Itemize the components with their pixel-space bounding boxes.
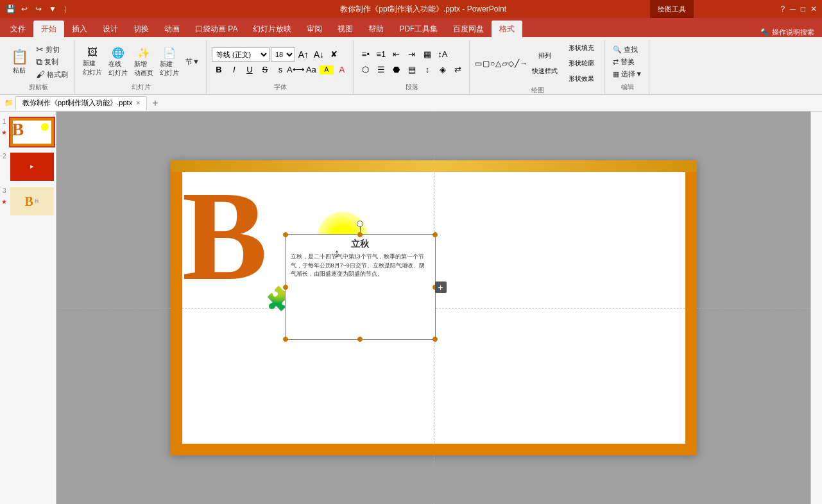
- new-slide-button[interactable]: 🖼 新建幻灯片: [80, 45, 105, 79]
- handle-top-left[interactable]: [283, 232, 288, 237]
- add-element-button[interactable]: +: [435, 281, 447, 293]
- tab-pdf[interactable]: PDF工具集: [391, 21, 445, 37]
- tab-animations[interactable]: 动画: [157, 21, 187, 37]
- replace-button[interactable]: ⇄ 替换: [610, 56, 645, 67]
- tab-pa[interactable]: 口袋动画 PA: [187, 21, 245, 37]
- tab-slideshow[interactable]: 幻灯片放映: [245, 21, 299, 37]
- rectangle-icon[interactable]: ▭: [475, 59, 482, 68]
- minimize-icon[interactable]: ─: [790, 4, 796, 13]
- canvas-area[interactable]: B 🧩: [56, 112, 810, 504]
- slide-thumb-3[interactable]: ★ B 秋: [9, 186, 55, 217]
- align-center-button[interactable]: ☰: [374, 63, 388, 77]
- italic-button[interactable]: I: [227, 63, 241, 77]
- maximize-icon[interactable]: □: [801, 4, 805, 13]
- tab-insert[interactable]: 插入: [64, 21, 95, 37]
- slide-tab-active[interactable]: 教你制作《ppt制作渐入功能》.pptx ×: [15, 96, 147, 110]
- save-icon[interactable]: 💾: [5, 4, 15, 14]
- slide-tab-add[interactable]: +: [148, 96, 162, 110]
- line-icon[interactable]: ╱: [515, 59, 519, 68]
- slide-thumb-1[interactable]: ★ B: [9, 117, 55, 147]
- handle-bot-center[interactable]: [357, 337, 363, 342]
- clear-format-button[interactable]: ✘: [327, 47, 341, 62]
- shape-effect-button[interactable]: 形状效果: [562, 72, 601, 86]
- handle-bot-right[interactable]: [432, 337, 438, 342]
- drawing-group: ▭ ▢ ○ △ ▱ ◇ ╱ → 排列 快速样式 形状填充 形状轮廓 形状效果 绘…: [471, 40, 605, 94]
- font-grow-button[interactable]: A↑: [296, 47, 311, 62]
- drawing-controls: ▭ ▢ ○ △ ▱ ◇ ╱ → 排列 快速样式 形状填充 形状轮廓 形状效果: [475, 41, 601, 86]
- copy-button[interactable]: ⧉ 复制: [33, 56, 71, 68]
- big-b-letter: B: [182, 172, 268, 300]
- section-button[interactable]: 节▼: [183, 56, 202, 67]
- font-name-select[interactable]: 等线 (正文): [212, 47, 270, 62]
- arrow-icon[interactable]: →: [520, 59, 527, 68]
- editing-group: 🔍 查找 ⇄ 替换 ▦ 选择▼ 编辑: [606, 40, 649, 94]
- close-icon[interactable]: ✕: [810, 4, 817, 13]
- circle-icon[interactable]: ○: [490, 59, 495, 68]
- diamond-icon[interactable]: ◇: [508, 59, 514, 68]
- select-button[interactable]: ▦ 选择▼: [610, 69, 645, 80]
- tab-home[interactable]: 开始: [33, 21, 64, 37]
- font-color-button[interactable]: A: [335, 63, 349, 77]
- quick-style-button[interactable]: 快速样式: [529, 64, 561, 78]
- parallelogram-icon[interactable]: ▱: [502, 59, 508, 68]
- char-spacing-button[interactable]: A⟷: [289, 63, 303, 77]
- font-size-select[interactable]: 18: [271, 47, 295, 62]
- handle-top-right[interactable]: [432, 232, 438, 237]
- handle-mid-left[interactable]: [283, 285, 288, 290]
- duplicate-slide-button[interactable]: 📄 新建幻灯片: [157, 45, 182, 80]
- list-row: ≡• ≡1 ⇤ ⇥ ▦ ↕A: [359, 47, 465, 62]
- col-layout-button[interactable]: ▦: [420, 47, 434, 62]
- increase-indent-button[interactable]: ⇥: [405, 47, 419, 62]
- strikethrough-button[interactable]: S: [258, 63, 272, 77]
- format-painter-button[interactable]: 🖌 格式刷: [33, 69, 71, 80]
- slide-thumb-row-3: 3 ★ B 秋: [3, 186, 53, 217]
- find-icon: 🔍: [613, 46, 622, 54]
- operations-label[interactable]: 操作说明搜索: [772, 28, 814, 37]
- bold-button[interactable]: B: [212, 63, 226, 77]
- text-direction-button[interactable]: ↕A: [436, 47, 450, 62]
- slide-thumb-2[interactable]: ▶: [9, 151, 55, 182]
- justify-button[interactable]: ▤: [405, 63, 419, 77]
- tab-transitions[interactable]: 切换: [126, 21, 157, 37]
- tab-help[interactable]: 帮助: [361, 21, 391, 37]
- redo-icon[interactable]: ↪: [33, 4, 44, 14]
- tab-baidu[interactable]: 百度网盘: [445, 21, 492, 37]
- arrange-button[interactable]: 排列: [529, 49, 561, 63]
- font-color-aa-button[interactable]: Aa: [304, 63, 318, 77]
- textbox-selected[interactable]: + 立秋 立秋，是二十四节气中第13个节气，秋季的第一个节气，于每年公历8月7~…: [285, 234, 436, 340]
- line-spacing-button[interactable]: ↕: [420, 63, 434, 77]
- decrease-indent-button[interactable]: ⇤: [390, 47, 404, 62]
- font-shrink-button[interactable]: A↓: [312, 47, 326, 62]
- slide-tab-close[interactable]: ×: [136, 99, 140, 106]
- shape-fill-button[interactable]: 形状填充: [562, 41, 601, 55]
- underline-button[interactable]: U: [243, 63, 257, 77]
- align-left-button[interactable]: ⬡: [359, 63, 373, 77]
- tab-design[interactable]: 设计: [95, 21, 126, 37]
- find-button[interactable]: 🔍 查找: [610, 44, 645, 55]
- rotate-handle[interactable]: [357, 221, 363, 227]
- cut-button[interactable]: ✂ 剪切: [33, 44, 71, 55]
- smartart-button[interactable]: ◈: [436, 63, 450, 77]
- rounded-rect-icon[interactable]: ▢: [483, 59, 490, 68]
- highlight-color-button[interactable]: A: [320, 65, 334, 74]
- handle-top-center[interactable]: [357, 232, 363, 237]
- triangle-icon[interactable]: △: [495, 59, 501, 68]
- file-icon[interactable]: 📁: [4, 98, 14, 108]
- numbered-list-button[interactable]: ≡1: [374, 47, 388, 62]
- handle-bot-left[interactable]: [283, 337, 288, 342]
- help-icon[interactable]: ?: [781, 4, 785, 13]
- paste-button[interactable]: 📋 粘贴: [6, 47, 32, 77]
- undo-icon[interactable]: ↩: [19, 4, 30, 14]
- add-anim-button[interactable]: ✨ 新增动画页: [132, 45, 156, 80]
- tab-view[interactable]: 视图: [330, 21, 361, 37]
- text-shadow-button[interactable]: s: [273, 63, 287, 77]
- customize-icon[interactable]: ▼: [47, 4, 58, 14]
- tab-format[interactable]: 格式: [492, 21, 522, 37]
- tab-file[interactable]: 文件: [3, 21, 33, 37]
- convert-smartart-button[interactable]: ⇄: [451, 63, 465, 77]
- online-slide-button[interactable]: 🌐 在线幻灯片: [106, 45, 130, 80]
- shape-outline-button[interactable]: 形状轮廓: [562, 56, 601, 71]
- tab-review[interactable]: 审阅: [299, 21, 330, 37]
- bullet-list-button[interactable]: ≡•: [359, 47, 373, 62]
- align-right-button[interactable]: ⬣: [390, 63, 404, 77]
